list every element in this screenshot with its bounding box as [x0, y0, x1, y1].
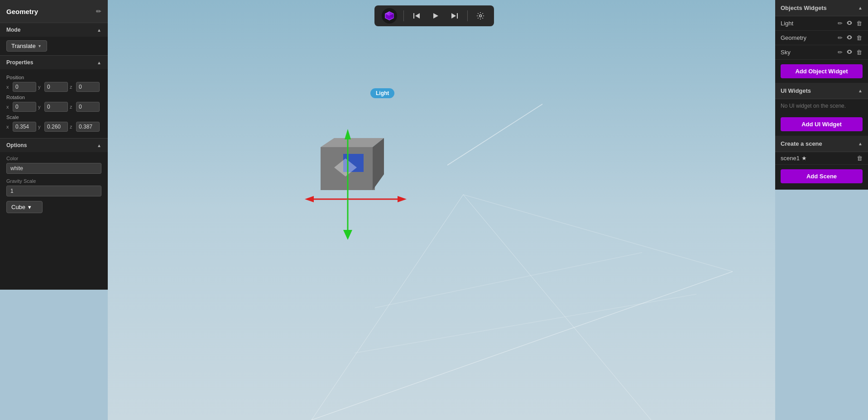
geometry-edit-btn[interactable]: ✏ [837, 34, 843, 42]
svg-marker-30 [343, 230, 352, 240]
light-line-svg [108, 0, 775, 420]
position-label: Position [6, 75, 101, 80]
scene-name[interactable]: scene1 ★ [781, 155, 807, 162]
properties-section: Properties ▲ Position x y z Rotation x y… [0, 55, 108, 138]
mode-chevron: ▲ [97, 28, 101, 33]
mode-section-header[interactable]: Mode ▲ [0, 23, 108, 37]
mode-value: Translate [11, 43, 36, 49]
color-input[interactable] [6, 163, 101, 174]
rot-z-label: z [70, 104, 74, 110]
scale-label: Scale [6, 115, 101, 120]
scale-z-input[interactable] [76, 122, 100, 132]
widget-name-light: Light [781, 20, 837, 27]
options-body: Color Gravity Scale Cube ▾ [0, 152, 108, 217]
properties-section-header[interactable]: Properties ▲ [0, 56, 108, 69]
scale-y-input[interactable] [44, 122, 68, 132]
svg-marker-20 [373, 138, 384, 190]
properties-chevron: ▲ [97, 60, 101, 65]
objects-widgets-chevron: ▲ [858, 5, 863, 10]
pos-z-input[interactable] [76, 82, 100, 92]
left-panel: Geometry ✏ Mode ▲ Translate ▾ Properties… [0, 0, 108, 290]
sky-eye-btn[interactable] [846, 48, 853, 56]
svg-line-11 [463, 195, 651, 420]
svg-marker-26 [398, 196, 407, 202]
rotation-label: Rotation [6, 95, 101, 100]
mode-body: Translate ▾ [0, 37, 108, 55]
shape-dropdown[interactable]: Cube ▾ [6, 201, 43, 213]
widget-row-sky: Sky ✏ 🗑 [775, 45, 868, 60]
svg-marker-6 [433, 13, 438, 19]
pos-z-label: z [70, 84, 74, 90]
rot-y-input[interactable] [44, 102, 68, 112]
svg-marker-8 [451, 13, 456, 19]
ui-widgets-header[interactable]: UI Widgets ▲ [775, 83, 868, 99]
geometry-eye-btn[interactable] [846, 34, 853, 42]
widget-actions-light: ✏ 🗑 [837, 19, 863, 27]
toolbar-separator [403, 10, 404, 21]
svg-line-10 [312, 195, 463, 420]
create-scene-header[interactable]: Create a scene ▲ [775, 136, 868, 152]
sky-edit-btn[interactable]: ✏ [837, 48, 843, 56]
create-scene-chevron: ▲ [858, 141, 863, 146]
add-scene-button[interactable]: Add Scene [781, 169, 863, 183]
properties-label: Properties [6, 59, 33, 66]
geometry-delete-btn[interactable]: 🗑 [856, 34, 863, 42]
settings-button[interactable] [474, 10, 487, 22]
svg-marker-24 [345, 129, 351, 139]
options-section: Options ▲ Color Gravity Scale Cube ▾ [0, 138, 108, 217]
svg-rect-18 [321, 147, 375, 190]
pos-y-input[interactable] [44, 82, 68, 92]
top-toolbar [374, 5, 494, 26]
ui-widgets-chevron: ▲ [858, 88, 863, 93]
play-button[interactable] [429, 10, 442, 22]
widget-actions-geometry: ✏ 🗑 [837, 34, 863, 42]
svg-line-17 [447, 104, 542, 165]
widget-actions-sky: ✏ 🗑 [837, 48, 863, 56]
scene-delete-btn[interactable]: 🗑 [857, 155, 863, 162]
scale-x-label: x [6, 124, 11, 129]
add-object-widget-button[interactable]: Add Object Widget [781, 64, 863, 78]
objects-widgets-header[interactable]: Objects Widgets ▲ [775, 0, 868, 16]
mode-dropdown[interactable]: Translate ▾ [6, 40, 47, 52]
light-eye-btn[interactable] [846, 19, 853, 27]
app-logo [382, 8, 397, 24]
light-edit-btn[interactable]: ✏ [837, 19, 843, 27]
svg-line-14 [312, 272, 733, 420]
scale-row: x y z [6, 122, 101, 132]
step-back-button[interactable] [410, 10, 423, 22]
svg-marker-22 [334, 158, 357, 177]
cube-svg [318, 136, 388, 192]
light-delete-btn[interactable]: 🗑 [856, 19, 863, 27]
scale-z-label: z [70, 124, 74, 129]
rot-x-input[interactable] [13, 102, 36, 112]
pos-x-input[interactable] [13, 82, 36, 92]
sky-delete-btn[interactable]: 🗑 [856, 48, 863, 56]
scene-row: scene1 ★ 🗑 [775, 152, 868, 165]
svg-rect-4 [413, 13, 414, 19]
svg-line-15 [355, 294, 696, 353]
add-ui-widget-button[interactable]: Add UI Widget [781, 117, 863, 131]
options-section-header[interactable]: Options ▲ [0, 138, 108, 152]
pos-x-label: x [6, 84, 11, 90]
gravity-input[interactable] [6, 186, 101, 196]
light-badge[interactable]: Light [370, 88, 394, 98]
svg-line-16 [375, 253, 642, 308]
svg-rect-7 [457, 13, 458, 19]
rotation-row: x y z [6, 102, 101, 112]
step-forward-button[interactable] [448, 10, 461, 22]
svg-rect-21 [343, 154, 364, 172]
create-scene-label: Create a scene [781, 140, 822, 147]
scale-x-input[interactable] [13, 122, 36, 132]
viewport[interactable]: Light [108, 0, 775, 420]
widget-row-geometry: Geometry ✏ 🗑 [775, 31, 868, 45]
objects-widgets-label: Objects Widgets [781, 5, 827, 11]
panel-edit-icon[interactable]: ✏ [96, 8, 101, 15]
svg-marker-19 [321, 138, 384, 147]
widget-name-geometry: Geometry [781, 34, 837, 41]
no-ui-widget-text: No UI widget on the scene. [775, 99, 868, 113]
grid-svg [108, 0, 775, 420]
panel-header: Geometry ✏ [0, 0, 108, 23]
rot-z-input[interactable] [76, 102, 100, 112]
gravity-label: Gravity Scale [6, 178, 101, 184]
svg-line-12 [312, 272, 733, 420]
